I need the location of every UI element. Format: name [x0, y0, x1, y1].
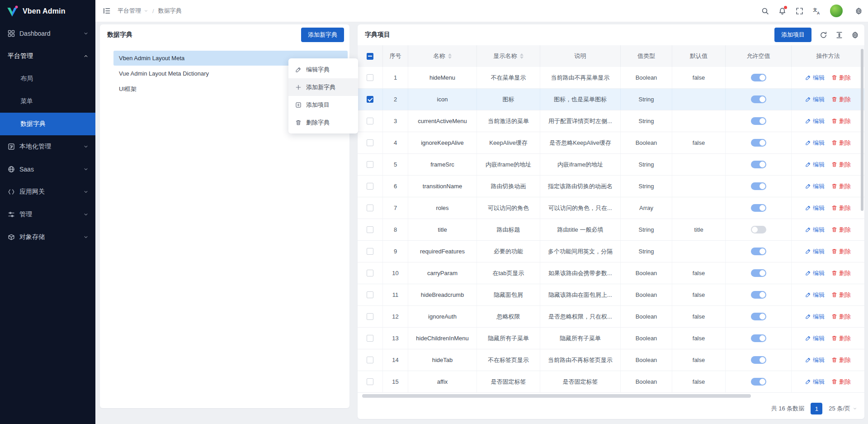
table-row[interactable]: 13hideChildrenInMenu隐藏所有子菜单隐藏所有子菜单Boolea… [358, 328, 864, 349]
table-row[interactable]: 9requiredFeatures必要的功能多个功能间用英文，分隔String编… [358, 241, 864, 262]
edit-row-button[interactable]: 编辑 [805, 378, 825, 386]
edit-row-button[interactable]: 编辑 [805, 95, 825, 104]
avatar[interactable] [830, 5, 843, 17]
menu-fold-icon[interactable] [103, 7, 111, 15]
allow-null-toggle[interactable] [751, 378, 766, 386]
sidebar-item-dashboard[interactable]: Dashboard [0, 22, 95, 45]
delete-row-button[interactable]: 删除 [831, 291, 851, 299]
allow-null-toggle[interactable] [751, 226, 766, 233]
table-row[interactable]: 4ignoreKeepAliveKeepAlive缓存是否忽略KeepAlive… [358, 132, 864, 154]
allow-null-toggle[interactable] [751, 291, 766, 299]
settings-gear-icon[interactable] [855, 7, 863, 15]
edit-row-button[interactable]: 编辑 [805, 204, 825, 212]
context-menu-item-trash[interactable]: 删除字典 [288, 114, 358, 131]
sidebar-item-localization[interactable]: 本地化管理 [0, 135, 95, 158]
context-menu-item-edit[interactable]: 编辑字典 [288, 61, 358, 78]
sidebar-subitem-数据字典[interactable]: 数据字典 [0, 113, 95, 135]
allow-null-toggle[interactable] [751, 161, 766, 168]
row-checkbox[interactable] [367, 226, 373, 233]
column-settings-icon[interactable] [851, 31, 859, 39]
edit-row-button[interactable]: 编辑 [805, 334, 825, 343]
sidebar-item-saas[interactable]: Saas [0, 158, 95, 181]
delete-row-button[interactable]: 删除 [831, 161, 851, 169]
allow-null-toggle[interactable] [751, 182, 766, 190]
edit-row-button[interactable]: 编辑 [805, 291, 825, 299]
row-checkbox[interactable] [367, 248, 373, 255]
add-dictionary-button[interactable]: 添加新字典 [301, 28, 344, 42]
delete-row-button[interactable]: 删除 [831, 95, 851, 104]
allow-null-toggle[interactable] [751, 117, 766, 125]
sidebar-item-admin[interactable]: 管理 [0, 203, 95, 226]
table-row[interactable]: 6transitionName路由切换动画指定该路由切换的动画名String编辑… [358, 176, 864, 197]
row-checkbox[interactable] [367, 335, 373, 342]
row-checkbox[interactable] [367, 161, 373, 168]
edit-row-button[interactable]: 编辑 [805, 226, 825, 234]
horizontal-scrollbar-thumb[interactable] [362, 394, 751, 398]
page-size-select[interactable]: 25 条/页 [829, 405, 857, 413]
edit-row-button[interactable]: 编辑 [805, 269, 825, 277]
logo[interactable]: Vben Admin [0, 0, 95, 22]
delete-row-button[interactable]: 删除 [831, 226, 851, 234]
row-checkbox[interactable] [367, 183, 373, 190]
table-row[interactable]: 15affix是否固定标签是否固定标签Booleanfalse编辑删除 [358, 371, 864, 393]
delete-row-button[interactable]: 删除 [831, 269, 851, 277]
edit-row-button[interactable]: 编辑 [805, 139, 825, 147]
delete-row-button[interactable]: 删除 [831, 313, 851, 321]
translate-icon[interactable]: 文A [813, 7, 821, 15]
allow-null-toggle[interactable] [751, 74, 766, 81]
allow-null-toggle[interactable] [751, 139, 766, 147]
edit-row-button[interactable]: 编辑 [805, 161, 825, 169]
allow-null-toggle[interactable] [751, 204, 766, 212]
allow-null-toggle[interactable] [751, 313, 766, 320]
allow-null-toggle[interactable] [751, 95, 766, 103]
table-row[interactable]: 5frameSrc内嵌iframe的地址内嵌iframe的地址String编辑删… [358, 154, 864, 176]
row-checkbox[interactable] [367, 205, 373, 211]
table-row[interactable]: 12ignoreAuth忽略权限是否忽略权限，只在权...Booleanfals… [358, 306, 864, 328]
row-height-icon[interactable] [835, 31, 843, 39]
sidebar-item-storage[interactable]: 对象存储 [0, 226, 95, 248]
edit-row-button[interactable]: 编辑 [805, 248, 825, 256]
select-all-checkbox[interactable] [367, 53, 373, 60]
column-header-display[interactable]: 显示名称 [477, 45, 540, 67]
fullscreen-icon[interactable] [796, 7, 803, 15]
row-checkbox[interactable] [367, 378, 373, 385]
table-row[interactable]: 8title路由标题路由title 一般必填Stringtitle编辑删除 [358, 219, 864, 241]
row-checkbox[interactable] [367, 357, 373, 363]
table-row[interactable]: 3currentActiveMenu当前激活的菜单用于配置详情页时左侧...St… [358, 110, 864, 132]
sidebar-subitem-菜单[interactable]: 菜单 [0, 90, 95, 113]
table-row[interactable]: 2icon图标图标，也是菜单图标String编辑删除 [358, 89, 864, 110]
table-row[interactable]: 1hideMenu不在菜单显示当前路由不再菜单显示Booleanfalse编辑删… [358, 67, 864, 89]
row-checkbox[interactable] [367, 139, 373, 146]
allow-null-toggle[interactable] [751, 248, 766, 255]
sort-icons[interactable] [448, 53, 452, 59]
row-checkbox[interactable] [367, 118, 373, 124]
edit-row-button[interactable]: 编辑 [805, 74, 825, 82]
edit-row-button[interactable]: 编辑 [805, 182, 825, 191]
edit-row-button[interactable]: 编辑 [805, 117, 825, 125]
table-row[interactable]: 10carryParam在tab页显示如果该路由会携带参数...Booleanf… [358, 262, 864, 284]
row-checkbox[interactable] [367, 313, 373, 320]
allow-null-toggle[interactable] [751, 356, 766, 364]
allow-null-toggle[interactable] [751, 334, 766, 342]
delete-row-button[interactable]: 删除 [831, 204, 851, 212]
delete-row-button[interactable]: 删除 [831, 356, 851, 364]
context-menu-item-plus[interactable]: 添加新字典 [288, 78, 358, 96]
table-row[interactable]: 11hideBreadcrumb隐藏面包屑隐藏该路由在面包屑上...Boolea… [358, 284, 864, 306]
row-checkbox[interactable] [367, 291, 373, 298]
delete-row-button[interactable]: 删除 [831, 378, 851, 386]
row-checkbox[interactable] [367, 74, 373, 81]
delete-row-button[interactable]: 删除 [831, 248, 851, 256]
delete-row-button[interactable]: 删除 [831, 334, 851, 343]
sort-icons[interactable] [520, 53, 524, 59]
breadcrumb-parent[interactable]: 平台管理 [118, 7, 141, 15]
notification-icon[interactable] [778, 7, 786, 15]
allow-null-toggle[interactable] [751, 269, 766, 277]
table-row[interactable]: 14hideTab不在标签页显示当前路由不再标签页显示Booleanfalse编… [358, 349, 864, 371]
column-header-name[interactable]: 名称 [408, 45, 477, 67]
sidebar-item-gateway[interactable]: 应用网关 [0, 181, 95, 203]
add-item-button[interactable]: 添加项目 [774, 28, 811, 42]
table-row[interactable]: 7roles可以访问的角色可以访问的角色，只在...Array编辑删除 [358, 197, 864, 219]
delete-row-button[interactable]: 删除 [831, 74, 851, 82]
delete-row-button[interactable]: 删除 [831, 182, 851, 191]
context-menu-item-add-item[interactable]: 添加项目 [288, 96, 358, 114]
